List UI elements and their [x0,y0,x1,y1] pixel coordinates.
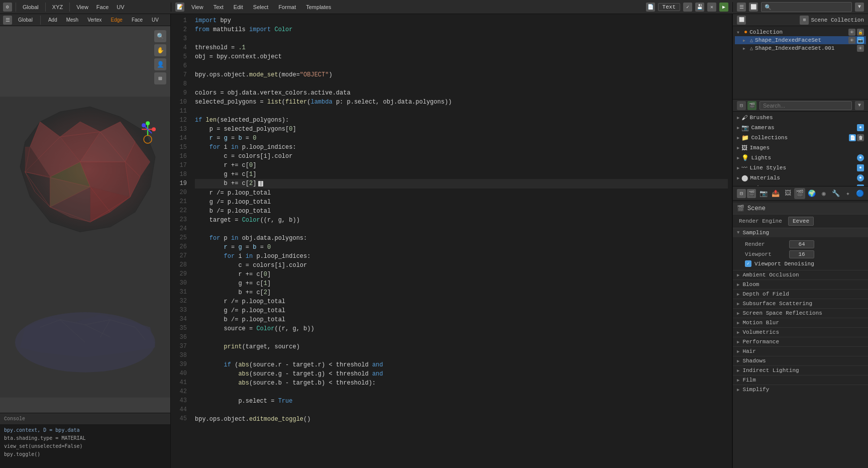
ssr-section[interactable]: ▶ Screen Space Reflections [733,308,868,318]
viewport-sampling-value[interactable]: 16 [789,250,814,258]
shadows-section[interactable]: ▶ Shadows [733,356,868,365]
outliner-linestyles[interactable]: ▶ 〰 Line Styles ● [733,163,868,173]
simp-label: Simplify [742,387,769,393]
select-tab[interactable]: Select [250,4,272,11]
code-line-6 [195,61,728,70]
ln-29: 29 [171,269,191,278]
viewport-menu-icon[interactable]: ☰ [3,16,12,25]
grid-icon[interactable]: ⊞ [154,72,166,84]
uv-mode-btn[interactable]: UV [149,17,162,23]
shape-2-eye[interactable]: 👁 [857,45,864,52]
world-icon[interactable]: 🌍 [806,188,817,199]
shape-1-item[interactable]: ▶ △ Shape_IndexedFaceSet 👁 📷 [735,36,866,44]
outliner-search[interactable] [759,101,852,110]
outliner-meshes[interactable]: ▶ △ Meshes △ [733,183,868,186]
face-btn[interactable]: Face [93,4,112,11]
scene-prop-icon[interactable]: 🎬 [794,188,805,199]
code-editor-content[interactable]: import bpy from mathutils import Color t… [191,14,732,468]
person-icon[interactable]: 👤 [154,58,166,70]
close-icon[interactable]: ✕ [707,3,716,12]
outliner-filter-icon[interactable]: ▼ [855,101,864,110]
sampling-section-header[interactable]: ▼ Sampling [733,228,868,237]
outliner-collections[interactable]: ▶ 📁 Collections 📄 🗑 [733,133,868,143]
filter-icon[interactable]: ▼ [855,3,864,12]
sampling-arrow: ▼ [737,230,739,235]
subsurface-scattering-section[interactable]: ▶ Subsurface Scattering [733,299,868,308]
shape-1-render[interactable]: 📷 [857,37,864,44]
eye-icon[interactable]: 👁 [848,29,855,36]
outliner-brushes[interactable]: ▶ 🖌 Brushes [733,113,868,123]
physics-icon[interactable]: 🔵 [854,188,865,199]
ambient-occlusion-section[interactable]: ▶ Ambient Occlusion [733,270,868,279]
restrict-icon[interactable]: 🔒 [857,29,864,36]
brushes-label: Brushes [749,115,773,121]
view-tab[interactable]: View [188,4,206,11]
collection-item[interactable]: ▼ ● Collection 👁 🔒 [735,28,866,36]
code-line-25: for p in obj.data.polygons: [195,234,728,243]
output-icon[interactable]: 📤 [770,188,781,199]
properties-panel: ⊟ 🎬 📷 📤 🖼 🎬 🌍 ◉ 🔧 ✦ 🔵 ⛓ △ ⬤ [733,186,868,468]
render-props-icon[interactable]: 🎬 [747,101,756,110]
xyz-btn[interactable]: XYZ [49,4,66,11]
view-layer-prop-icon[interactable]: 🖼 [782,188,793,199]
shad-arrow: ▶ [737,358,739,364]
code-line-30: g += c[1] [195,279,728,288]
particles-icon[interactable]: ✦ [842,188,853,199]
modifier-icon[interactable]: 🔧 [830,188,841,199]
edge-mode-btn[interactable]: Edge [108,17,126,23]
scene-render-icon[interactable]: 📷 [758,188,769,199]
run-icon[interactable]: ▶ [719,3,728,12]
save-icon[interactable]: 💾 [695,3,704,12]
format-tab[interactable]: Format [275,4,299,11]
outliner-lights[interactable]: ▶ 💡 Lights ● [733,153,868,163]
code-editor-area[interactable]: 1 2 3 4 5 6 7 8 9 10 11 12 13 14 15 16 1… [171,14,732,468]
global-mode-btn[interactable]: Global [20,4,42,11]
mesh-dot: △ [857,184,864,186]
render-sampling-value[interactable]: 64 [789,240,814,248]
outliner-images[interactable]: ▶ 🖼 Images [733,143,868,153]
outliner-panel: ⊟ 🎬 ▼ ▶ 🖌 Brushes ▶ 📷 Cameras ● [733,100,868,186]
film-section[interactable]: ▶ Film [733,375,868,385]
object-prop-icon[interactable]: ◉ [818,188,829,199]
ln-16: 16 [171,152,191,161]
face-mode-btn[interactable]: Face [129,17,146,23]
props-icon[interactable]: ⊟ [737,101,746,110]
bloom-section[interactable]: ▶ Bloom [733,279,868,289]
outliner-cameras[interactable]: ▶ 📷 Cameras ● [733,123,868,133]
vertex-btn[interactable]: Vertex [84,17,104,23]
global-btn[interactable]: Global [15,17,36,23]
depth-of-field-section[interactable]: ▶ Depth of Field [733,289,868,299]
templates-tab[interactable]: Templates [303,4,334,11]
shape-1-eye[interactable]: 👁 [848,37,855,44]
mesh-btn[interactable]: Mesh [63,17,81,23]
properties-icon: ☰ [737,3,746,12]
render-engine-value[interactable]: Eevee [788,217,814,226]
collections-action-1[interactable]: 📄 [849,134,856,141]
motion-blur-section[interactable]: ▶ Motion Blur [733,318,868,327]
hair-section[interactable]: ▶ Hair [733,346,868,356]
check-icon[interactable]: ✓ [683,3,692,12]
collections-action-2[interactable]: 🗑 [857,134,864,141]
edge-btn[interactable]: View [73,4,91,11]
hand-icon[interactable]: ✋ [154,44,166,56]
new-collection-icon: ⊞ [800,16,809,25]
add-btn[interactable]: Add [45,17,60,23]
outliner-materials[interactable]: ▶ ⬤ Materials ● [733,173,868,183]
edit-tab[interactable]: Edit [231,4,246,11]
simplify-section[interactable]: ▶ Simplify [733,385,868,394]
text-tab[interactable]: Text [210,4,227,11]
indirect-lighting-section[interactable]: ▶ Indirect Lighting [733,365,868,375]
sss-label: Subsurface Scattering [742,301,812,307]
viewport-content[interactable]: 🔍 ✋ 👤 ⊞ [0,26,170,468]
ln-6: 6 [171,61,191,70]
right-search[interactable] [761,2,852,12]
ln-20: 20 [171,188,191,197]
code-line-8 [195,79,728,88]
volumetrics-section[interactable]: ▶ Volumetrics [733,327,868,337]
scene-collection-title: Scene Collection [811,17,864,23]
performance-section[interactable]: ▶ Performance [733,337,868,346]
shape-2-item[interactable]: ▶ △ Shape_IndexedFaceSet.001 👁 [735,44,866,52]
uv-btn[interactable]: UV [114,4,127,11]
magnify-icon[interactable]: 🔍 [154,30,166,42]
viewport-denoising-checkbox[interactable]: ✓ [745,260,751,267]
